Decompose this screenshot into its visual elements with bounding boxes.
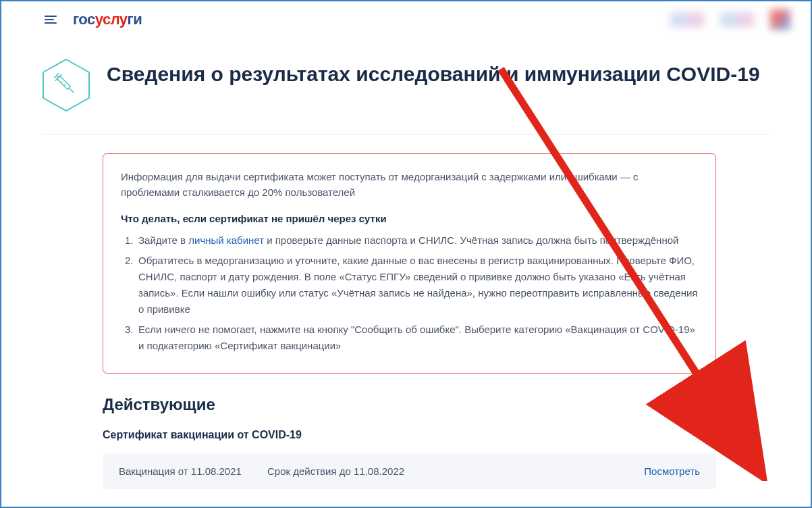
- menu-icon[interactable]: [42, 13, 59, 26]
- section-title: Действующие: [103, 395, 215, 414]
- avatar-blurred: [770, 9, 790, 30]
- certificate-date: Вакцинация от 11.08.2021: [119, 465, 267, 477]
- svg-line-5: [57, 76, 59, 78]
- archive-link[interactable]: Архив: [688, 401, 716, 412]
- page-title: Сведения о результатах исследований и им…: [107, 54, 760, 87]
- svg-line-6: [61, 81, 62, 82]
- svg-marker-0: [43, 59, 89, 111]
- certificate-row: Вакцинация от 11.08.2021 Срок действия д…: [103, 453, 716, 489]
- header: госуслуги: [1, 1, 811, 34]
- syringe-icon: [42, 58, 90, 112]
- svg-rect-1: [57, 76, 71, 90]
- info-list-item: Зайдите в личный кабинет и проверьте дан…: [121, 232, 698, 249]
- section-header: Действующие Архив: [103, 395, 716, 414]
- info-box: Информация для выдачи сертификата может …: [103, 153, 716, 374]
- svg-line-7: [63, 84, 65, 86]
- info-subtitle: Что делать, если сертификат не пришёл че…: [121, 213, 698, 224]
- page-heading-row: Сведения о результатах исследований и им…: [42, 54, 770, 134]
- header-right: [670, 9, 790, 30]
- header-action-blurred: [670, 12, 704, 27]
- header-action-blurred: [720, 12, 754, 27]
- info-list: Зайдите в личный кабинет и проверьте дан…: [121, 232, 698, 354]
- certificate-validity: Срок действия до 11.08.2022: [267, 465, 644, 477]
- personal-account-link[interactable]: личный кабинет: [188, 234, 264, 246]
- svg-line-2: [69, 88, 74, 93]
- info-list-item: Обратитесь в медорганизацию и уточните, …: [121, 253, 698, 318]
- info-intro: Информация для выдачи сертификата может …: [121, 169, 698, 201]
- logo[interactable]: госуслуги: [73, 11, 142, 28]
- certificate-title: Сертификат вакцинации от COVID-19: [103, 429, 716, 441]
- view-button[interactable]: Посмотреть: [644, 465, 700, 477]
- info-list-item: Если ничего не помогает, нажмите на кноп…: [121, 322, 698, 354]
